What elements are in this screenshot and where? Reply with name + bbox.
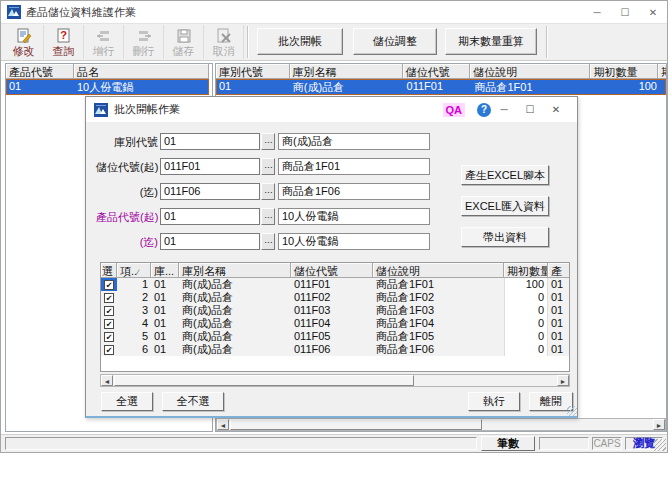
warehouse-code-cell: 01 xyxy=(216,79,290,95)
toolbar-button-query[interactable]: ? 查詢 xyxy=(44,25,84,59)
batch-grid: 選 項..∕ 庫... 庫別名稱 儲位代號 儲位說明 期初數量 產 ✔ 1 01… xyxy=(100,262,570,372)
location-from-input[interactable]: 011F01 xyxy=(160,158,260,175)
scroll-left-icon[interactable]: ◄ xyxy=(101,375,113,386)
action-button-batch-open[interactable]: 批次開帳 xyxy=(257,28,343,55)
column-header-product-name[interactable]: 品名 xyxy=(74,64,209,79)
column-header-initial-qty[interactable]: 期初數量 xyxy=(504,263,548,278)
warehouse-name-cell: 商(成)品倉 xyxy=(179,317,291,330)
status-field xyxy=(539,437,589,450)
select-all-button[interactable]: 全選 xyxy=(101,392,153,411)
action-button-loc-adjust[interactable]: 儲位調整 xyxy=(353,28,437,55)
scroll-right-icon[interactable]: ► xyxy=(653,419,665,430)
column-header-seq[interactable]: 項..∕ xyxy=(117,263,151,278)
toolbar-button-delrow[interactable]: 刪行 xyxy=(124,25,164,59)
column-header-location-desc[interactable]: 儲位說明 xyxy=(470,64,590,79)
column-header-select[interactable]: 選 xyxy=(101,263,117,278)
dialog-title: 批次開帳作業 xyxy=(114,102,180,117)
column-header-final-qty[interactable]: 期 xyxy=(658,64,666,79)
location-code-cell: 011F05 xyxy=(291,330,373,343)
table-row[interactable]: 01 10人份電鍋 xyxy=(6,79,209,95)
field-label: 儲位代號(起) xyxy=(96,160,158,175)
table-row[interactable]: 01 商(成)品倉 011F01 商品倉1F01 100 xyxy=(216,79,666,95)
table-row[interactable]: ✔ 1 01 商(成)品倉 011F01 商品倉1F01 100 01 xyxy=(101,278,569,291)
location-to-input[interactable]: 011F06 xyxy=(160,183,260,200)
scroll-left-icon[interactable]: ◄ xyxy=(217,419,229,430)
help-icon[interactable]: ? xyxy=(477,103,491,117)
storage-grid-header: 庫別代號 庫別名稱 儲位代號 儲位說明 期初數量 期 xyxy=(216,64,666,79)
toolbar-separator xyxy=(546,26,548,58)
warehouse-cell: 01 xyxy=(151,330,179,343)
dialog-maximize-button[interactable]: ☐ xyxy=(517,104,543,115)
product-code-cell: 01 xyxy=(6,79,74,95)
scroll-right-icon[interactable]: ► xyxy=(557,375,569,386)
browse-button[interactable]: … xyxy=(261,208,275,225)
toolbar-button-modify[interactable]: 修改 xyxy=(4,25,44,59)
table-row[interactable]: ✔ 3 01 商(成)品倉 011F03 商品倉1F03 0 01 xyxy=(101,304,569,317)
column-header-product-code[interactable]: 產品代號 xyxy=(6,64,74,79)
column-header-product[interactable]: 產 xyxy=(548,263,569,278)
warehouse-code-input[interactable]: 01 xyxy=(160,133,260,150)
toolbar-button-label: 儲存 xyxy=(173,45,195,57)
row-checkbox[interactable]: ✔ xyxy=(101,278,117,291)
column-header-warehouse-name[interactable]: 庫別名稱 xyxy=(290,64,403,79)
toolbar-button-cancel[interactable]: 取消 xyxy=(204,25,244,59)
dialog-close-button[interactable]: ✕ xyxy=(543,104,569,115)
seq-cell: 2 xyxy=(117,291,151,304)
browse-button[interactable]: … xyxy=(261,233,275,250)
initial-qty-cell[interactable]: 0 xyxy=(504,291,548,304)
storage-panel-hscrollbar[interactable]: ◄ ► xyxy=(216,418,666,431)
initial-qty-cell[interactable]: 100 xyxy=(504,278,548,291)
table-row[interactable]: ✔ 6 01 商(成)品倉 011F06 商品倉1F06 0 01 xyxy=(101,343,569,356)
column-header-initial-qty[interactable]: 期初數量 xyxy=(590,64,658,79)
generate-excel-script-button[interactable]: 產生EXCEL腳本 xyxy=(461,165,549,185)
initial-qty-cell[interactable]: 0 xyxy=(504,317,548,330)
maximize-button[interactable]: ☐ xyxy=(611,1,639,23)
toolbar-button-save[interactable]: 儲存 xyxy=(164,25,204,59)
dialog-resize-grip[interactable] xyxy=(567,406,577,416)
browse-button[interactable]: … xyxy=(261,158,275,175)
column-header-warehouse-code[interactable]: 庫別代號 xyxy=(216,64,290,79)
dialog-minimize-button[interactable]: ─ xyxy=(491,104,517,115)
column-header-location-code[interactable]: 儲位代號 xyxy=(403,64,471,79)
location-code-cell: 011F04 xyxy=(291,317,373,330)
table-row[interactable]: ✔ 2 01 商(成)品倉 011F02 商品倉1F02 0 01 xyxy=(101,291,569,304)
record-count-button[interactable]: 筆數 xyxy=(481,436,535,451)
column-header-location-code[interactable]: 儲位代號 xyxy=(291,263,373,278)
qa-badge[interactable]: QA xyxy=(443,103,466,117)
initial-qty-cell[interactable]: 0 xyxy=(504,304,548,317)
minimize-button[interactable]: ─ xyxy=(583,1,611,23)
fetch-data-button[interactable]: 帶出資料 xyxy=(461,227,549,247)
product-to-input[interactable]: 01 xyxy=(160,233,260,250)
browse-button[interactable]: … xyxy=(261,183,275,200)
toolbar-button-addrow[interactable]: 增行 xyxy=(84,25,124,59)
table-row[interactable]: ✔ 4 01 商(成)品倉 011F04 商品倉1F04 0 01 xyxy=(101,317,569,330)
row-checkbox[interactable]: ✔ xyxy=(101,330,117,343)
excel-import-button[interactable]: EXCEL匯入資料 xyxy=(461,196,549,216)
resize-grip[interactable] xyxy=(654,439,666,451)
column-header-location-desc[interactable]: 儲位說明 xyxy=(373,263,504,278)
column-header-warehouse-name[interactable]: 庫別名稱 xyxy=(179,263,291,278)
warehouse-code-desc: 商(成)品倉 xyxy=(278,133,430,150)
product-name-cell: 10人份電鍋 xyxy=(74,79,209,95)
scrollbar-thumb[interactable] xyxy=(230,419,482,430)
field-label: 產品代號(起) xyxy=(96,210,158,225)
product-from-input[interactable]: 01 xyxy=(160,208,260,225)
initial-qty-cell[interactable]: 0 xyxy=(504,343,548,356)
action-button-final-qty-recalc[interactable]: 期末數量重算 xyxy=(445,28,537,55)
query-icon: ? xyxy=(56,28,72,45)
table-row[interactable]: ✔ 5 01 商(成)品倉 011F05 商品倉1F05 0 01 xyxy=(101,330,569,343)
location-desc-cell: 商品倉1F05 xyxy=(373,330,504,343)
select-none-button[interactable]: 全不選 xyxy=(162,392,224,411)
row-checkbox[interactable]: ✔ xyxy=(101,304,117,317)
column-header-warehouse[interactable]: 庫... xyxy=(151,263,179,278)
row-checkbox[interactable]: ✔ xyxy=(101,317,117,330)
execute-button[interactable]: 執行 xyxy=(468,392,520,411)
close-button[interactable]: ✕ xyxy=(639,1,667,23)
location-desc-cell: 商品倉1F03 xyxy=(373,304,504,317)
initial-qty-cell[interactable]: 0 xyxy=(504,330,548,343)
browse-button[interactable]: … xyxy=(261,133,275,150)
row-checkbox[interactable]: ✔ xyxy=(101,291,117,304)
batch-grid-hscrollbar[interactable]: ◄ ► xyxy=(100,374,570,387)
scrollbar-thumb[interactable] xyxy=(114,375,414,386)
row-checkbox[interactable]: ✔ xyxy=(101,343,117,356)
